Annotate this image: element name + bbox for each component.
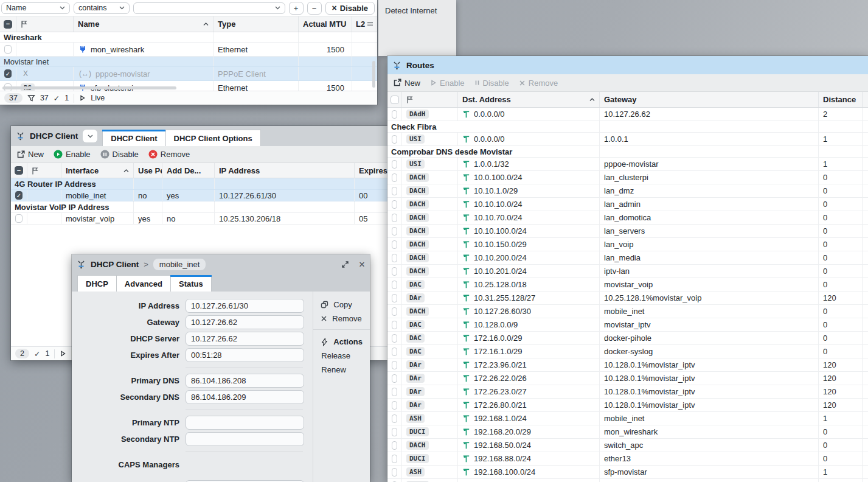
row-checkbox[interactable]	[392, 361, 397, 369]
row-checkbox[interactable]	[392, 227, 397, 236]
flag-column-header[interactable]	[401, 92, 457, 107]
live-button[interactable]: Live	[91, 94, 105, 102]
remove-button[interactable]: Remove	[313, 312, 370, 326]
route-row[interactable]: DAr172.26.23.0/2710.128.0.1%movistar_ipt…	[387, 385, 868, 399]
interface-column-header[interactable]: Interface	[61, 163, 133, 178]
interface-group-row[interactable]: Movistar Inet	[0, 57, 377, 67]
route-row[interactable]: DACH10.10.150.0/29lan_voip0	[387, 238, 868, 251]
close-icon[interactable]: ×	[359, 259, 365, 270]
route-row[interactable]: DAr172.26.80.0/2110.128.0.1%movistar_ipt…	[387, 399, 868, 412]
route-row[interactable]: ASH192.168.100.0/24sfp-movistar1	[387, 466, 868, 479]
filter-operator-select[interactable]: contains	[74, 2, 130, 14]
route-row[interactable]: DAC172.16.1.0/29docker-syslog0	[387, 345, 868, 358]
row-checkbox[interactable]	[392, 348, 397, 356]
tab-advanced[interactable]: Advanced	[116, 275, 171, 292]
filter-value-combo[interactable]	[133, 2, 285, 14]
route-row[interactable]: DACH10.10.10.0/24lan_admin0	[387, 198, 868, 211]
row-checkbox[interactable]	[392, 173, 397, 182]
field-input[interactable]: 10.127.26.62	[186, 332, 304, 346]
route-row[interactable]: DACH10.10.201.0/24iptv-lan0	[387, 265, 868, 278]
row-checkbox[interactable]	[392, 110, 397, 119]
route-row[interactable]: DACH10.10.1.0/29lan_dmz0	[387, 184, 868, 198]
select-all-cell[interactable]	[0, 16, 16, 32]
field-input[interactable]	[186, 432, 304, 446]
distance-column-header[interactable]: Distance	[818, 92, 862, 107]
release-button[interactable]: Release	[313, 349, 370, 363]
route-row[interactable]: USI0.0.0.0/01.0.0.11	[387, 133, 868, 146]
tab-status[interactable]: Status	[170, 275, 212, 292]
route-row[interactable]: DACH10.0.100.0/24lan_clusterpi0	[387, 171, 868, 184]
route-row[interactable]: DACH192.168.50.0/24switch_apc0	[387, 439, 868, 452]
remove-button[interactable]: Remove	[519, 79, 558, 88]
copy-button[interactable]: Copy	[313, 298, 370, 312]
route-row[interactable]: DACH10.10.100.0/24lan_servers0	[387, 225, 868, 238]
filter-remove-button[interactable]: −	[307, 2, 322, 15]
flag-column-header[interactable]	[16, 16, 73, 32]
dhcp-client-row[interactable]: movistar_voipyesno10.25.130.206/1805	[11, 213, 387, 225]
interface-group-row[interactable]: Wireshark	[0, 32, 377, 43]
row-checkbox[interactable]	[392, 441, 397, 450]
route-comment-row[interactable]: Comprobar DNS desde Movistar	[387, 146, 868, 158]
tab-dhcp-client[interactable]: DHCP Client	[102, 130, 165, 146]
route-row[interactable]: DACH10.10.70.0/24lan_domotica0	[387, 211, 868, 225]
row-checkbox[interactable]	[392, 321, 397, 329]
row-checkbox[interactable]	[15, 191, 23, 200]
row-checkbox[interactable]	[392, 401, 397, 410]
row-checkbox[interactable]	[392, 388, 397, 396]
route-row[interactable]: DAdH0.0.0.0/010.127.26.622	[387, 108, 868, 121]
dhcp-client-row[interactable]: mobile_inetnoyes10.127.26.61/3000	[11, 190, 387, 201]
route-row[interactable]: DAC172.16.0.0/29docker-pihole0	[387, 332, 868, 345]
select-all-checkbox[interactable]	[4, 20, 12, 29]
route-row[interactable]: DAC10.128.0.0/9movistar_iptv0	[387, 318, 868, 332]
interface-row[interactable]: mon_wiresharkEthernet1500	[0, 43, 377, 57]
renew-button[interactable]: Renew	[313, 363, 370, 377]
row-checkbox[interactable]	[392, 254, 397, 262]
route-comment-row[interactable]: Check Fibra	[387, 121, 868, 133]
interface-row[interactable]: X(↔)pppoe-movistarPPPoE Client	[0, 67, 377, 81]
filter-field-select[interactable]: Name	[1, 2, 70, 14]
horizontal-scrollbar[interactable]	[2, 86, 176, 89]
window-menu-button[interactable]	[83, 130, 97, 142]
route-row[interactable]: DACH10.127.26.60/30mobile_inet0	[387, 305, 868, 318]
select-all-cell[interactable]	[387, 92, 401, 107]
route-row[interactable]: ASH192.168.1.0/24mobile_inet1	[387, 412, 868, 425]
new-button[interactable]: New	[16, 150, 44, 159]
tab-dhcp-client-options[interactable]: DHCP Client Options	[165, 130, 261, 146]
dst-address-column-header[interactable]: Dst. Address	[457, 92, 599, 107]
row-checkbox[interactable]	[392, 240, 397, 249]
select-all-cell[interactable]	[11, 163, 27, 178]
row-checkbox[interactable]	[392, 281, 397, 289]
row-checkbox[interactable]	[15, 214, 23, 223]
vertical-scrollbar[interactable]	[372, 61, 375, 88]
row-checkbox[interactable]	[392, 200, 397, 209]
route-row[interactable]: DAr172.26.22.0/2610.128.0.1%movistar_ipt…	[387, 372, 868, 385]
name-column-header[interactable]: Name	[73, 16, 213, 32]
dhcp-group-row[interactable]: Movistar VoIP IP Address	[11, 201, 387, 213]
route-row[interactable]: DACH10.10.200.0/24lan_media0	[387, 251, 868, 265]
row-checkbox[interactable]	[392, 135, 397, 144]
field-input[interactable]: 86.104.186.209	[186, 390, 304, 404]
row-checkbox[interactable]	[392, 428, 397, 436]
disable-button[interactable]: × Disable	[325, 2, 375, 15]
remove-button[interactable]: Remove	[148, 150, 190, 159]
gateway-column-header[interactable]: Gateway	[599, 92, 818, 107]
row-checkbox[interactable]	[392, 468, 397, 477]
new-button[interactable]: New	[393, 79, 420, 88]
row-checkbox[interactable]	[4, 45, 12, 54]
row-checkbox[interactable]	[392, 374, 397, 383]
route-row[interactable]: DUCI192.168.20.0/29mon_wireshark0	[387, 425, 868, 439]
row-checkbox[interactable]	[392, 307, 397, 316]
add-default-column-header[interactable]: Add De...	[162, 163, 214, 178]
select-all-checkbox[interactable]	[391, 96, 399, 104]
row-checkbox[interactable]	[392, 267, 397, 276]
detect-internet-panel[interactable]: Detect Internet	[378, 0, 456, 56]
route-row[interactable]: DUCI192.168.88.0/24ether130	[387, 452, 868, 466]
row-checkbox[interactable]	[392, 294, 397, 302]
flag-column-header[interactable]	[27, 163, 61, 178]
tab-dhcp[interactable]: DHCP	[77, 275, 117, 292]
dhcp-group-row[interactable]: 4G Router IP Address	[11, 178, 387, 190]
row-checkbox[interactable]	[392, 187, 397, 195]
l2-column-header[interactable]: L2	[352, 16, 377, 32]
type-column-header[interactable]: Type	[213, 16, 298, 32]
enable-button[interactable]: Enable	[54, 150, 90, 159]
